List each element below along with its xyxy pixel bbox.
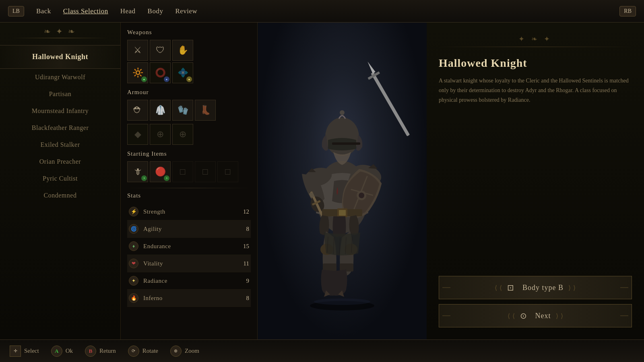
body-nav[interactable]: Body [148, 7, 163, 15]
weapon-slot-3[interactable]: ✋ [172, 40, 193, 61]
weapon-slot-5-icon: ⭕ [155, 68, 166, 78]
endurance-icon: ♦ [129, 241, 138, 251]
class-item-udirangr-warwolf[interactable]: Udirangr Warwolf [0, 69, 120, 86]
btn-ornament-left-2: ⟨ ⟨ [508, 312, 515, 320]
item-5-icon: □ [225, 167, 230, 177]
item-slot-1[interactable]: 🗡 3 [127, 161, 148, 182]
weapon-slot-2-icon: 🛡 [156, 45, 165, 56]
item-badge-2: 3 [164, 175, 169, 181]
svg-point-10 [340, 110, 345, 115]
stat-inferno: 🔥 Inferno 8 [127, 290, 251, 307]
class-item-condemned[interactable]: Condemned [0, 187, 120, 204]
armour-boots-icon: 👢 [200, 105, 211, 115]
weapon-slot-3-icon: ✋ [178, 45, 188, 56]
rb-button[interactable]: RB [619, 6, 636, 16]
btn-ornament-right-1: ⟩ ⟩ [568, 284, 576, 292]
detail-description: A stalwart knight whose loyalty to the C… [439, 76, 632, 268]
vitality-value: 11 [239, 260, 249, 267]
armour-slot-chest[interactable]: 🥼 [150, 100, 171, 121]
armour-slot-head[interactable]: ⛑ [127, 100, 148, 121]
radiance-label: Radiance [143, 278, 239, 284]
class-item-mournstead-infantry[interactable]: Mournstead Infantry [0, 103, 120, 119]
back-nav[interactable]: Back [36, 7, 51, 15]
class-item-partisan[interactable]: Partisan [0, 86, 120, 103]
detail-panel: ✦ ❧ ✦ Hallowed Knight A stalwart knight … [427, 23, 644, 339]
class-list: Hallowed Knight Udirangr Warwolf Partisa… [0, 42, 120, 207]
review-nav[interactable]: Review [175, 7, 197, 15]
svg-point-34 [314, 298, 370, 305]
stats-divider [127, 188, 251, 188]
vitality-label: Vitality [143, 260, 239, 267]
armour-slot-gloves[interactable]: 🧤 [172, 100, 193, 121]
armour-extra1-icon: ◆ [134, 129, 141, 140]
starting-items-title: Starting Items [127, 150, 251, 157]
class-selection-nav[interactable]: Class Selection [63, 7, 108, 15]
armour-slot-extra2[interactable]: ⊕ [150, 124, 171, 145]
svg-rect-1 [371, 72, 410, 136]
starting-items-grid: 🗡 3 🔴 3 □ □ □ [127, 161, 251, 182]
armour-extra2-icon: ⊕ [157, 129, 164, 140]
class-list-panel: ❧ ✦ ❧ Hallowed Knight Udirangr Warwolf P… [0, 23, 121, 339]
vitality-icon: ❤ [129, 259, 138, 268]
weapon-slot-1-icon: ⚔ [134, 45, 142, 56]
item-slot-2[interactable]: 🔴 3 [150, 161, 171, 182]
ok-action: A Ok [51, 346, 73, 357]
armour-slot-boots[interactable]: 👢 [195, 100, 216, 121]
endurance-value: 15 [239, 243, 249, 250]
weapons-section-title: Weapons [127, 29, 251, 36]
armour-section-title: Armour [127, 89, 251, 96]
radiance-value: 9 [239, 278, 249, 284]
zoom-label: Zoom [185, 348, 199, 354]
zoom-action: ⊕ Zoom [170, 346, 199, 357]
ornament-top: ❧ ✦ ❧ [0, 23, 120, 42]
class-item-pyric-cultist[interactable]: Pyric Cultist [0, 170, 120, 187]
armour-chest-icon: 🥼 [155, 105, 166, 115]
svg-marker-3 [366, 61, 376, 74]
character-figure [274, 44, 411, 318]
strength-label: Strength [143, 208, 239, 215]
item-slot-3[interactable]: □ [172, 161, 193, 182]
select-icon: ✛ [10, 346, 21, 357]
rotate-action: ⟳ Rotate [128, 346, 158, 357]
btn-ornament-left-1: ⟨ ⟨ [495, 284, 502, 292]
strength-value: 12 [239, 208, 249, 215]
weapon-slot-6[interactable]: 💠 ● [172, 62, 193, 83]
a-button-icon: A [51, 346, 62, 357]
agility-value: 8 [239, 226, 249, 232]
stat-radiance: ✦ Radiance 9 [127, 272, 251, 290]
class-item-hallowed-knight[interactable]: Hallowed Knight [0, 45, 120, 69]
weapon-slot-5[interactable]: ⭕ ● [150, 62, 171, 83]
item-3-icon: □ [180, 167, 185, 177]
stat-endurance: ♦ Endurance 15 [127, 238, 251, 255]
endurance-label: Endurance [143, 243, 239, 250]
class-item-blackfeather-ranger[interactable]: Blackfeather Ranger [0, 119, 120, 136]
stat-strength: ⚡ Strength 12 [127, 203, 251, 220]
armour-slot-extra3[interactable]: ⊕ [172, 124, 193, 145]
class-item-orian-preacher[interactable]: Orian Preacher [0, 153, 120, 170]
head-nav[interactable]: Head [120, 7, 136, 15]
body-type-button[interactable]: ⟨ ⟨ ⊡ Body type B ⟩ ⟩ [439, 276, 632, 299]
next-label: Next [535, 312, 551, 320]
lb-button[interactable]: LB [8, 6, 24, 16]
item-slot-4[interactable]: □ [195, 161, 216, 182]
armour-grid: ⛑ 🥼 🧤 👢 [127, 100, 251, 121]
armour-slot-extra1[interactable]: ◆ [127, 124, 148, 145]
knight-svg [274, 44, 411, 318]
return-action: B Return [85, 346, 116, 357]
armour-extra3-icon: ⊕ [179, 129, 186, 140]
item-2-icon: 🔴 [155, 167, 166, 177]
weapon-slot-2[interactable]: 🛡 [150, 40, 171, 61]
item-slot-5[interactable]: □ [217, 161, 238, 182]
btn-ornament-right-2: ⟩ ⟩ [556, 312, 564, 320]
next-button[interactable]: ⟨ ⟨ ⊙ Next ⟩ ⟩ [439, 304, 632, 327]
next-icon: ⊙ [520, 311, 527, 321]
svg-rect-22 [339, 210, 346, 216]
weapon-slot-1[interactable]: ⚔ [127, 40, 148, 61]
item-4-icon: □ [202, 167, 208, 177]
weapon-slot-4[interactable]: 🔆 ● [127, 62, 148, 83]
slot-badge-6: ● [186, 76, 192, 82]
body-type-icon: ⊡ [507, 283, 514, 292]
class-item-exiled-stalker[interactable]: Exiled Stalker [0, 136, 120, 153]
item-1-icon: 🗡 [133, 167, 142, 177]
inferno-value: 8 [239, 295, 249, 302]
